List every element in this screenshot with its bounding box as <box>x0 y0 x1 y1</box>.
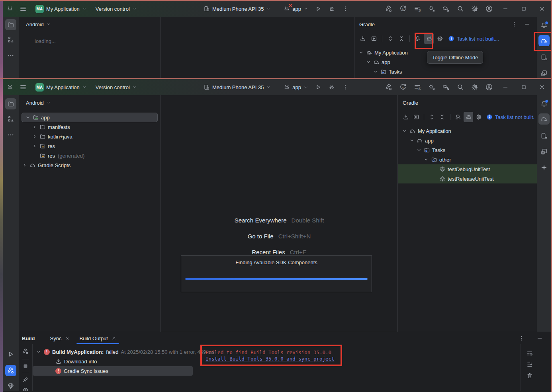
gradle-options-button[interactable] <box>509 19 519 29</box>
more-actions-button[interactable] <box>339 82 351 93</box>
gradle-tree-item-app[interactable]: app <box>398 136 537 145</box>
run-configuration-selector[interactable]: ✕ app <box>281 3 311 14</box>
project-tree-item-res[interactable]: res <box>19 141 161 151</box>
chevron-down-icon[interactable] <box>373 69 378 74</box>
run-button[interactable] <box>312 82 324 93</box>
chevron-down-icon[interactable] <box>402 128 407 134</box>
chevron-right-icon[interactable] <box>32 124 37 130</box>
chevron-down-icon[interactable] <box>36 349 41 355</box>
minimize-button[interactable] <box>496 1 515 17</box>
project-widget[interactable]: MA My Application <box>33 82 89 93</box>
gemini-assistant-button[interactable] <box>538 162 550 173</box>
gradle-tree-item-other[interactable]: other <box>398 155 537 164</box>
vcs-widget[interactable]: Version control <box>93 3 139 14</box>
gradle-tree-item-tasks[interactable]: Tasks <box>398 145 537 155</box>
build-root-row[interactable]: ! Build MyApplication: failed At 2025/02… <box>33 347 198 357</box>
project-tree-item-app[interactable]: app <box>22 113 158 122</box>
attach-debugger-button[interactable] <box>425 82 439 93</box>
build-project-button[interactable] <box>382 3 396 14</box>
logcat-button[interactable] <box>410 3 425 14</box>
device-selector[interactable]: Medium Phone API 35 <box>201 82 273 93</box>
toggle-offline-mode-button[interactable] <box>464 112 473 122</box>
tab-sync[interactable]: Sync <box>45 332 75 344</box>
run-task-by-name-button[interactable] <box>453 112 462 122</box>
build-options-button[interactable] <box>516 333 527 343</box>
sync-gradle-button[interactable] <box>439 82 453 93</box>
chevron-down-icon[interactable] <box>25 115 31 120</box>
project-tool-button[interactable] <box>5 19 16 30</box>
chevron-down-icon[interactable] <box>409 138 415 143</box>
chevron-right-icon[interactable] <box>22 162 27 168</box>
chevron-down-icon[interactable] <box>46 100 51 105</box>
running-devices-button[interactable] <box>538 68 550 78</box>
chevron-down-icon[interactable] <box>358 50 364 55</box>
settings-button[interactable] <box>468 3 482 14</box>
gradle-tree-item-my-application[interactable]: My Application <box>398 126 537 136</box>
maximize-button[interactable] <box>515 1 533 17</box>
chevron-down-icon[interactable] <box>366 59 371 65</box>
main-menu-button[interactable] <box>17 3 29 14</box>
structure-tool-button[interactable] <box>5 113 16 125</box>
chevron-down-icon[interactable] <box>416 147 422 153</box>
notifications-button[interactable] <box>538 20 550 31</box>
gradle-tree-item-tasks[interactable]: Tasks <box>354 67 537 76</box>
build-hide-button[interactable] <box>534 333 545 343</box>
attach-debugger-button[interactable] <box>425 3 439 14</box>
project-tree-item-kotlin-java[interactable]: kotlin+java <box>19 132 161 141</box>
gradle-execute-task-button[interactable] <box>369 33 379 44</box>
toggle-offline-mode-button[interactable] <box>424 33 434 44</box>
minimize-button[interactable] <box>496 79 515 95</box>
gradle-settings-button[interactable] <box>435 33 445 44</box>
gradle-tree-item-test-debug-unit-test[interactable]: testDebugUnitTest <box>398 164 537 174</box>
account-button[interactable] <box>482 82 496 93</box>
run-task-by-name-button[interactable] <box>413 33 423 44</box>
gradle-tree-item-test-release-unit-test[interactable]: testReleaseUnitTest <box>398 174 537 183</box>
clear-all-button[interactable] <box>524 371 535 381</box>
build-filter-button[interactable] <box>20 346 31 357</box>
collapse-all-button[interactable] <box>396 33 407 44</box>
device-selector[interactable]: Medium Phone API 35 <box>201 3 273 14</box>
close-tab-icon[interactable] <box>112 336 116 341</box>
project-view-mode[interactable]: Android <box>26 100 44 106</box>
code-with-me-button[interactable] <box>396 3 410 14</box>
code-with-me-button[interactable] <box>396 82 410 93</box>
build-row-download-info[interactable]: Download info <box>33 357 198 366</box>
project-tree-item-gradle-scripts[interactable]: Gradle Scripts <box>19 160 161 170</box>
gradle-tool-button[interactable] <box>538 113 550 125</box>
device-manager-button[interactable] <box>538 52 550 63</box>
pin-tab-button[interactable] <box>20 374 31 385</box>
sync-gradle-button[interactable] <box>439 3 453 14</box>
device-manager-button[interactable] <box>538 130 550 141</box>
run-button[interactable] <box>312 3 324 14</box>
more-tool-windows-button[interactable] <box>5 129 16 140</box>
debug-button[interactable] <box>326 82 338 93</box>
resource-manager-button[interactable] <box>5 380 16 391</box>
close-button[interactable] <box>533 79 551 95</box>
chevron-down-icon[interactable] <box>46 22 51 27</box>
chevron-right-icon[interactable] <box>32 143 37 149</box>
stop-build-button[interactable] <box>20 361 31 371</box>
expand-all-button[interactable] <box>427 112 437 122</box>
chevron-down-icon[interactable] <box>423 157 429 162</box>
logcat-button[interactable] <box>410 82 425 93</box>
soft-wrap-button[interactable] <box>524 348 535 359</box>
close-tab-icon[interactable] <box>65 336 70 341</box>
scroll-to-end-button[interactable] <box>524 359 535 370</box>
gradle-execute-task-button[interactable] <box>411 112 421 122</box>
expand-all-button[interactable] <box>385 33 395 44</box>
close-button[interactable] <box>533 1 551 17</box>
gradle-settings-button[interactable] <box>474 112 483 122</box>
more-tool-windows-button[interactable] <box>5 50 16 61</box>
run-tool-button[interactable] <box>5 349 16 360</box>
project-tool-button[interactable] <box>5 98 16 109</box>
build-row-gradle-sync-issues[interactable]: ! Gradle Sync issues <box>33 366 193 376</box>
maximize-button[interactable] <box>515 79 533 95</box>
vcs-widget[interactable]: Version control <box>93 82 139 93</box>
running-devices-button[interactable] <box>538 146 550 157</box>
gradle-hide-button[interactable] <box>522 19 532 29</box>
gradle-status[interactable]: Task list not built... <box>486 114 534 120</box>
collapse-all-button[interactable] <box>437 112 447 122</box>
inspect-button[interactable] <box>20 385 31 391</box>
gradle-status[interactable]: Task list not built... <box>448 35 499 42</box>
main-menu-button[interactable] <box>17 82 29 93</box>
